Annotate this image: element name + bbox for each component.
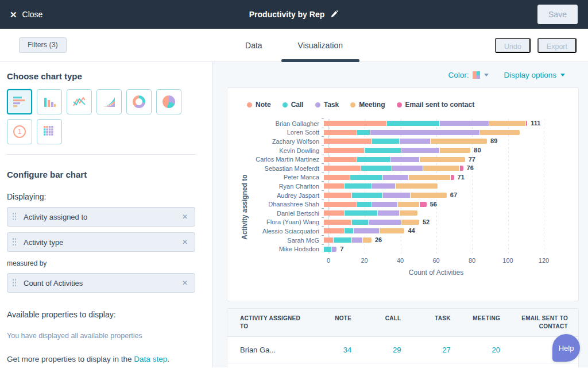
- bar-segment-task[interactable]: [390, 157, 419, 162]
- bar-segment-call[interactable]: [351, 220, 368, 225]
- stacked-bar[interactable]: 7: [324, 247, 544, 252]
- bar-segment-call[interactable]: [361, 166, 392, 171]
- legend-item[interactable]: Call: [283, 101, 304, 109]
- bar-segment-call[interactable]: [333, 237, 351, 243]
- value-cell[interactable]: 29: [362, 337, 411, 363]
- bar-segment-task[interactable]: [351, 237, 362, 243]
- stacked-bar[interactable]: 80: [324, 148, 544, 153]
- bar-segment-meeting[interactable]: [489, 121, 525, 126]
- bar-segment-call[interactable]: [357, 202, 372, 207]
- bar-segment-meeting[interactable]: [362, 237, 372, 243]
- bar-segment-task[interactable]: [401, 148, 439, 153]
- bar-segment-meeting[interactable]: [423, 166, 459, 171]
- bar-segment-task[interactable]: [370, 130, 480, 135]
- legend-item[interactable]: Task: [315, 101, 339, 109]
- bar-segment-note[interactable]: [324, 228, 344, 233]
- close-button[interactable]: ✕ Close: [10, 10, 42, 19]
- bar-segment-task[interactable]: [439, 121, 489, 126]
- bar-segment-task[interactable]: [372, 183, 395, 189]
- help-button[interactable]: Help: [552, 334, 580, 362]
- legend-item[interactable]: Note: [247, 101, 271, 109]
- tab-data[interactable]: Data: [229, 29, 279, 62]
- measure-chip-count-of-activities[interactable]: Count of Activities ✕: [7, 273, 195, 293]
- remove-chip-icon[interactable]: ✕: [182, 213, 188, 221]
- bar-segment-meeting[interactable]: [419, 157, 465, 162]
- save-button[interactable]: Save: [537, 5, 578, 24]
- bar-segment-task[interactable]: [372, 202, 397, 207]
- display-options-dropdown[interactable]: Display options: [504, 71, 565, 79]
- bar-segment-task[interactable]: [331, 247, 337, 252]
- stacked-bar[interactable]: 67: [324, 193, 544, 198]
- bar-segment-call[interactable]: [357, 157, 389, 162]
- data-step-link[interactable]: Data step: [134, 355, 167, 363]
- bar-segment-call[interactable]: [351, 193, 382, 198]
- bar-segment-note[interactable]: [324, 210, 344, 216]
- bar-segment-note[interactable]: [324, 193, 351, 198]
- bar-segment-note[interactable]: [324, 130, 357, 135]
- bar-segment-meeting[interactable]: [401, 220, 419, 225]
- value-cell[interactable]: 18: [312, 363, 362, 367]
- stacked-bar[interactable]: 111: [324, 121, 544, 126]
- stacked-bar[interactable]: 44: [324, 228, 544, 233]
- bar-segment-call[interactable]: [344, 183, 372, 189]
- bar-segment-task[interactable]: [353, 228, 379, 233]
- drag-handle-icon[interactable]: [12, 212, 17, 221]
- stacked-bar[interactable]: 89: [324, 139, 544, 144]
- bar-segment-task[interactable]: [382, 175, 408, 180]
- bar-segment-call[interactable]: [344, 228, 353, 233]
- bar-segment-meeting[interactable]: [479, 130, 520, 135]
- bar-segment-task[interactable]: [382, 193, 410, 198]
- stacked-bar[interactable]: 76: [324, 166, 544, 171]
- chart-type-donut[interactable]: [126, 89, 152, 114]
- remove-chip-icon[interactable]: ✕: [182, 238, 188, 246]
- bar-segment-meeting[interactable]: [379, 228, 405, 233]
- tab-visualization[interactable]: Visualization: [281, 29, 359, 62]
- drag-handle-icon[interactable]: [12, 278, 17, 288]
- bar-segment-call[interactable]: [357, 130, 369, 135]
- bar-segment-email-sent-to-contact[interactable]: [525, 121, 527, 126]
- stacked-bar[interactable]: [324, 210, 544, 216]
- bar-segment-meeting[interactable]: [430, 139, 487, 144]
- edit-title-icon[interactable]: [330, 10, 339, 19]
- stacked-bar[interactable]: 56: [324, 202, 544, 207]
- value-cell[interactable]: 20: [461, 337, 510, 363]
- value-cell[interactable]: [510, 363, 578, 367]
- bar-segment-task[interactable]: [399, 139, 430, 144]
- chart-type-area[interactable]: [96, 89, 122, 114]
- bar-segment-note[interactable]: [324, 220, 351, 225]
- bar-segment-call[interactable]: [386, 121, 440, 126]
- chart-type-horizontal-bar[interactable]: [7, 89, 32, 114]
- bar-segment-note[interactable]: [324, 183, 344, 189]
- chart-type-kpi-number[interactable]: 1: [7, 119, 32, 144]
- bar-segment-task[interactable]: [377, 210, 399, 216]
- stacked-bar[interactable]: 77: [324, 157, 544, 162]
- bar-segment-meeting[interactable]: [399, 210, 417, 216]
- bar-segment-note[interactable]: [324, 237, 333, 243]
- bar-segment-call[interactable]: [344, 210, 377, 216]
- bar-segment-task[interactable]: [368, 220, 401, 225]
- value-cell[interactable]: 27: [412, 337, 461, 363]
- chart-type-pivot-table[interactable]: [37, 119, 62, 144]
- filters-button[interactable]: Filters (3): [19, 37, 67, 53]
- value-cell[interactable]: 60: [412, 363, 461, 367]
- stacked-bar[interactable]: 71: [324, 175, 544, 180]
- value-cell[interactable]: 34: [312, 337, 362, 363]
- bar-segment-call[interactable]: [372, 139, 399, 144]
- value-cell[interactable]: 22: [461, 363, 510, 367]
- bar-segment-meeting[interactable]: [395, 183, 437, 189]
- stacked-bar[interactable]: 26: [324, 237, 544, 243]
- legend-item[interactable]: Meeting: [350, 101, 385, 109]
- bar-segment-note[interactable]: [324, 166, 361, 171]
- dimension-chip-activity-assigned-to[interactable]: Activity assigned to ✕: [7, 207, 195, 227]
- bar-segment-meeting[interactable]: [397, 202, 419, 207]
- bar-segment-note[interactable]: [324, 175, 350, 180]
- dimension-chip-activity-type[interactable]: Activity type ✕: [7, 232, 195, 252]
- bar-segment-note[interactable]: [324, 202, 357, 207]
- bar-segment-note[interactable]: [324, 148, 364, 153]
- legend-item[interactable]: Email sent to contact: [397, 101, 475, 109]
- bar-segment-meeting[interactable]: [410, 193, 447, 198]
- chart-type-vertical-bar[interactable]: [37, 89, 62, 114]
- color-dropdown[interactable]: Color:: [448, 71, 489, 79]
- bar-segment-call[interactable]: [350, 175, 382, 180]
- bar-segment-meeting[interactable]: [408, 175, 450, 180]
